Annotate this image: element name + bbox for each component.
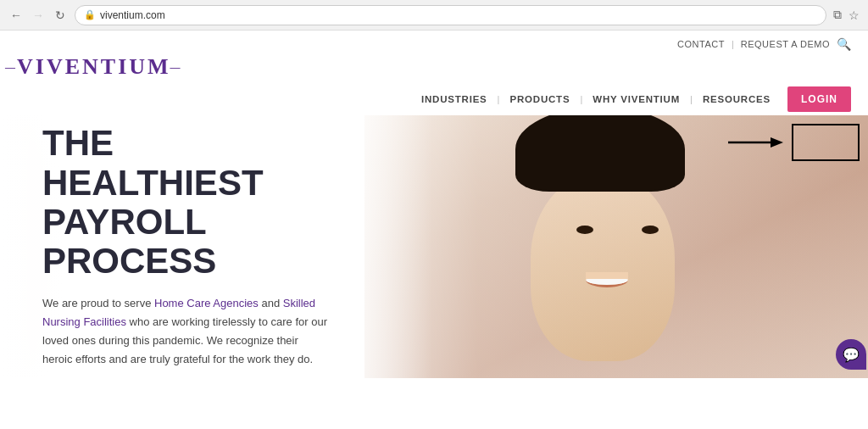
chat-bubble[interactable]: 💬 (836, 339, 866, 370)
nav-industries[interactable]: INDUSTRIES (411, 94, 498, 104)
hero-content: THE HEALTHIEST PAYROLL PROCESS We are pr… (0, 115, 348, 378)
back-button[interactable]: ← (8, 8, 24, 23)
login-button[interactable]: LOGIN (787, 86, 851, 112)
address-bar[interactable]: 🔒 viventium.com (75, 5, 826, 25)
logo[interactable]: VIVENTIUM (17, 54, 171, 80)
chat-icon: 💬 (843, 347, 860, 363)
share-button[interactable]: ⧉ (833, 8, 842, 22)
annotation-arrow (720, 122, 796, 163)
lock-icon: 🔒 (84, 9, 96, 20)
topbar-separator: | (732, 39, 734, 49)
nav-why-viventium[interactable]: WHY VIVENTIUM (582, 94, 690, 104)
nav-resources[interactable]: RESOURCES (693, 94, 781, 104)
home-care-link[interactable]: Home Care Agencies (154, 297, 259, 309)
top-bar: CONTACT | REQUEST A DEMO 🔍 (0, 31, 868, 54)
search-icon[interactable]: 🔍 (837, 37, 851, 51)
forward-button[interactable]: → (31, 8, 46, 23)
website: CONTACT | REQUEST A DEMO 🔍 VIVENTIUM IND… (0, 31, 868, 429)
main-nav: INDUSTRIES | PRODUCTS | WHY VIVENTIUM | … (411, 86, 851, 112)
annotation-box (792, 124, 860, 161)
svg-marker-1 (771, 137, 783, 148)
hero-subtext: We are proud to serve Home Care Agencies… (42, 294, 331, 369)
header: VIVENTIUM (0, 54, 868, 86)
nav-wrapper: INDUSTRIES | PRODUCTS | WHY VIVENTIUM | … (0, 86, 868, 112)
contact-link[interactable]: CONTACT (677, 39, 725, 49)
browser-chrome: ← → ↻ 🔒 viventium.com ⧉ ☆ (0, 0, 868, 31)
browser-actions: ⧉ ☆ (833, 8, 860, 22)
nav-products[interactable]: PRODUCTS (499, 94, 580, 104)
hero-heading: THE HEALTHIEST PAYROLL PROCESS (42, 124, 331, 281)
bookmark-button[interactable]: ☆ (849, 8, 860, 22)
refresh-button[interactable]: ↻ (53, 8, 68, 23)
annotation-container (720, 122, 860, 163)
request-demo-link[interactable]: REQUEST A DEMO (741, 39, 830, 49)
url-text: viventium.com (100, 9, 165, 21)
